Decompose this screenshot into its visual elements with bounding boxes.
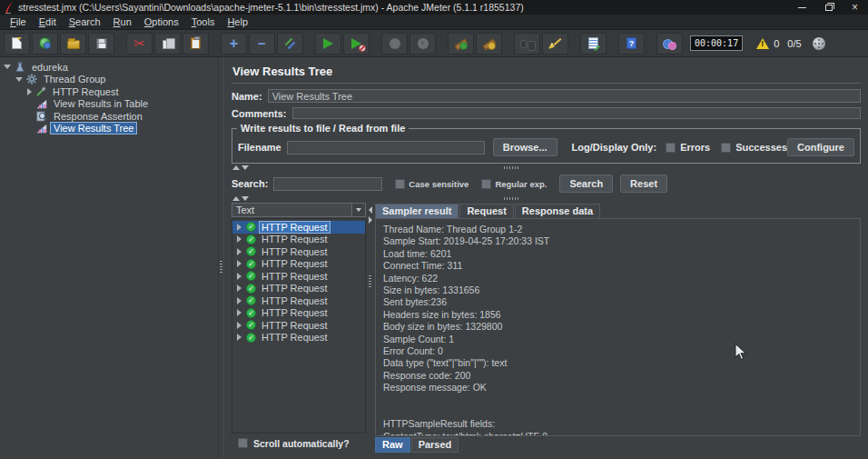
start-no-pauses-button[interactable] xyxy=(343,33,370,55)
start-button[interactable] xyxy=(315,33,341,55)
splitter-collapse-right-icon[interactable] xyxy=(369,216,372,224)
log-error-indicator[interactable]: 0 xyxy=(756,38,779,49)
tree-item-http-request[interactable]: HTTP Request xyxy=(0,85,218,98)
result-item[interactable]: HTTP Request xyxy=(232,319,365,332)
splitter-collapse-up-icon[interactable] xyxy=(232,196,240,201)
case-sensitive-label[interactable]: Case sensitive xyxy=(409,179,469,189)
close-button[interactable]: × xyxy=(842,0,868,15)
successes-checkbox[interactable] xyxy=(721,143,731,153)
expander-open-icon[interactable] xyxy=(15,77,23,82)
menu-run[interactable]: Run xyxy=(107,16,138,27)
toggle-button[interactable] xyxy=(277,33,303,55)
menu-edit[interactable]: Edit xyxy=(33,16,63,27)
tree-item-view-results-in-table[interactable]: View Results in Table xyxy=(0,98,218,111)
expander-closed-icon[interactable] xyxy=(237,309,242,316)
result-line: Load time: 6201 xyxy=(383,248,853,260)
clear-button[interactable] xyxy=(542,33,568,55)
result-item[interactable]: HTTP Request xyxy=(232,234,365,246)
cut-button[interactable] xyxy=(126,33,153,55)
tree-item-thread-group[interactable]: Thread Group xyxy=(0,74,218,86)
configure-button[interactable]: Configure xyxy=(787,138,854,156)
horizontal-splitter[interactable] xyxy=(232,195,861,203)
result-item[interactable]: HTTP Request xyxy=(232,332,365,344)
tab-raw[interactable]: Raw xyxy=(375,437,410,453)
splitter-collapse-down-icon[interactable] xyxy=(242,196,249,201)
errors-checkbox[interactable] xyxy=(666,143,676,153)
search-label: Search: xyxy=(232,178,268,189)
search-button-toolbar[interactable] xyxy=(514,33,540,55)
shutdown-button[interactable] xyxy=(409,33,436,55)
menu-search[interactable]: Search xyxy=(63,16,107,27)
result-item[interactable]: HTTP Request xyxy=(232,270,365,283)
menu-help[interactable]: Help xyxy=(221,16,254,27)
result-item[interactable]: HTTP Request xyxy=(232,307,365,320)
tree-item-view-results-tree[interactable]: View Results Tree xyxy=(0,123,218,135)
tab-parsed[interactable]: Parsed xyxy=(411,437,459,453)
horizontal-splitter[interactable] xyxy=(232,164,861,172)
clear-all-button[interactable] xyxy=(580,33,607,55)
successes-checkbox-label[interactable]: Successes xyxy=(735,142,787,153)
remove-button[interactable] xyxy=(249,33,275,55)
minimize-button[interactable] xyxy=(789,0,815,15)
tree-splitter[interactable] xyxy=(218,57,224,458)
splitter-collapse-down-icon[interactable] xyxy=(242,165,249,170)
stop-button[interactable] xyxy=(381,33,408,55)
filename-input[interactable] xyxy=(287,141,485,155)
errors-checkbox-label[interactable]: Errors xyxy=(680,142,710,153)
regular-exp-label[interactable]: Regular exp. xyxy=(495,179,547,189)
menu-options[interactable]: Options xyxy=(138,16,185,27)
remote-stop-all-button[interactable] xyxy=(476,33,502,55)
splitter-collapse-left-icon[interactable] xyxy=(369,206,372,214)
result-item[interactable]: HTTP Request xyxy=(232,294,365,307)
new-file-button[interactable] xyxy=(4,33,30,55)
dropdown-arrow-button[interactable] xyxy=(351,204,365,216)
sampler-result-text[interactable]: Thread Name: Thread Group 1-2 Sample Sta… xyxy=(375,218,861,436)
name-input[interactable] xyxy=(268,89,861,103)
tab-response-data[interactable]: Response data xyxy=(515,204,600,218)
case-sensitive-checkbox[interactable] xyxy=(395,179,405,189)
result-line: Size in bytes: 1331656 xyxy=(383,284,853,296)
scroll-automatically-checkbox[interactable] xyxy=(238,438,248,448)
tab-sampler-result[interactable]: Sampler result xyxy=(375,204,459,218)
remote-start-all-button[interactable] xyxy=(448,33,474,55)
menu-tools[interactable]: Tools xyxy=(185,16,222,27)
view-mode-dropdown[interactable]: Text xyxy=(232,203,366,217)
expander-closed-icon[interactable] xyxy=(237,284,242,292)
regular-exp-checkbox[interactable] xyxy=(481,179,491,189)
comments-input[interactable] xyxy=(292,107,861,119)
expander-closed-icon[interactable] xyxy=(237,322,242,329)
expander-open-icon[interactable] xyxy=(4,65,11,69)
expander-closed-icon[interactable] xyxy=(237,235,242,243)
save-button[interactable] xyxy=(88,33,114,55)
expander-closed-icon[interactable] xyxy=(237,224,242,231)
maximize-button[interactable] xyxy=(815,0,842,15)
tree-item-edureka[interactable]: edureka xyxy=(0,61,218,74)
tree-item-response-assertion[interactable]: Response Assertion xyxy=(0,110,218,123)
search-input[interactable] xyxy=(273,177,382,191)
expander-closed-icon[interactable] xyxy=(237,334,242,341)
expander-closed-icon[interactable] xyxy=(237,297,242,304)
expander-closed-icon[interactable] xyxy=(27,88,32,95)
result-item[interactable]: HTTP Request xyxy=(232,245,365,258)
expander-closed-icon[interactable] xyxy=(237,260,242,267)
results-splitter[interactable] xyxy=(366,203,375,453)
expander-closed-icon[interactable] xyxy=(237,273,242,280)
result-item[interactable]: HTTP Request xyxy=(232,258,365,271)
menu-file[interactable]: File xyxy=(4,16,33,27)
function-helper-button[interactable] xyxy=(656,33,683,55)
templates-button[interactable] xyxy=(32,33,58,55)
tab-request[interactable]: Request xyxy=(459,204,513,218)
copy-button[interactable] xyxy=(154,33,181,55)
result-item[interactable]: HTTP Request xyxy=(232,221,365,234)
help-button[interactable] xyxy=(618,33,645,55)
splitter-collapse-up-icon[interactable] xyxy=(232,165,240,170)
search-button[interactable]: Search xyxy=(559,175,613,193)
expander-closed-icon[interactable] xyxy=(237,248,242,255)
reset-button[interactable]: Reset xyxy=(620,175,667,193)
open-file-button[interactable] xyxy=(60,33,86,55)
add-button[interactable] xyxy=(221,33,247,55)
scroll-automatically-label[interactable]: Scroll automatically? xyxy=(253,438,350,449)
browse-button[interactable]: Browse... xyxy=(493,138,557,156)
result-item[interactable]: HTTP Request xyxy=(232,283,365,295)
paste-button[interactable] xyxy=(182,33,209,55)
